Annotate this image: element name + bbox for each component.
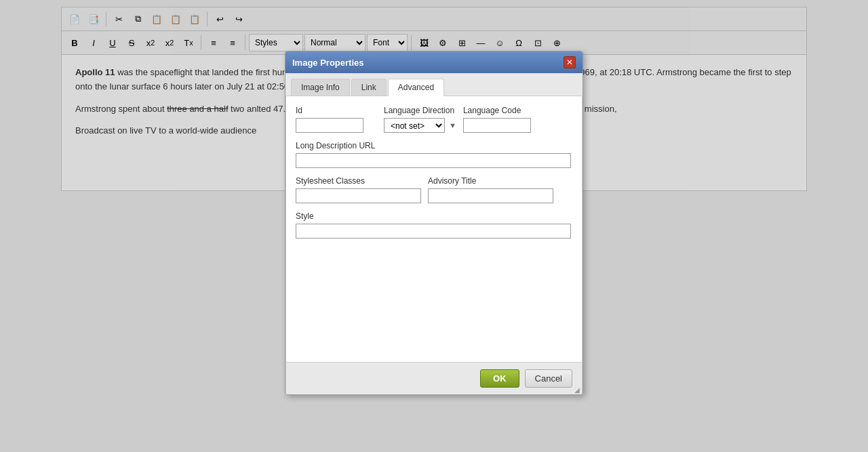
long-desc-label: Long Description URL (296, 141, 572, 150)
dialog-titlebar: Image Properties ✕ (285, 52, 583, 73)
stylesheet-classes-label: Stylesheet Classes (296, 176, 421, 186)
id-input[interactable] (296, 118, 363, 133)
image-properties-dialog: Image Properties ✕ Image Info Link Advan… (285, 51, 583, 198)
stylesheet-classes-group: Stylesheet Classes (296, 176, 421, 198)
tab-link[interactable]: Link (351, 79, 387, 96)
classes-title-row: Stylesheet Classes Advisory Title (296, 176, 572, 198)
advisory-title-label: Advisory Title (428, 176, 553, 186)
id-group: Id (296, 106, 363, 133)
lang-dir-group: Language Direction <not set> ▼ (384, 106, 456, 133)
long-desc-group: Long Description URL (296, 141, 572, 168)
dialog-tabs: Image Info Link Advanced (285, 73, 583, 96)
id-lang-row: Id Language Direction <not set> ▼ (296, 106, 572, 133)
id-label: Id (296, 106, 363, 115)
lang-code-group: Language Code (463, 106, 531, 133)
tab-image-info[interactable]: Image Info (291, 79, 350, 96)
advisory-title-input[interactable] (428, 188, 553, 198)
tab-advanced[interactable]: Advanced (388, 79, 444, 96)
lang-dir-label: Language Direction (384, 106, 456, 115)
dialog-title: Image Properties (292, 58, 364, 68)
lang-dir-select[interactable]: <not set> (384, 118, 445, 133)
dialog-body: Id Language Direction <not set> ▼ (285, 96, 583, 198)
lang-code-input[interactable] (463, 118, 531, 133)
stylesheet-classes-input[interactable] (296, 188, 421, 198)
long-desc-input[interactable] (296, 153, 571, 168)
dialog-close-button[interactable]: ✕ (564, 56, 576, 68)
advisory-title-group: Advisory Title (428, 176, 553, 198)
lang-section: Language Direction <not set> ▼ Language … (384, 106, 531, 133)
lang-code-label: Language Code (463, 106, 531, 115)
modal-overlay: Image Properties ✕ Image Info Link Advan… (0, 0, 868, 198)
